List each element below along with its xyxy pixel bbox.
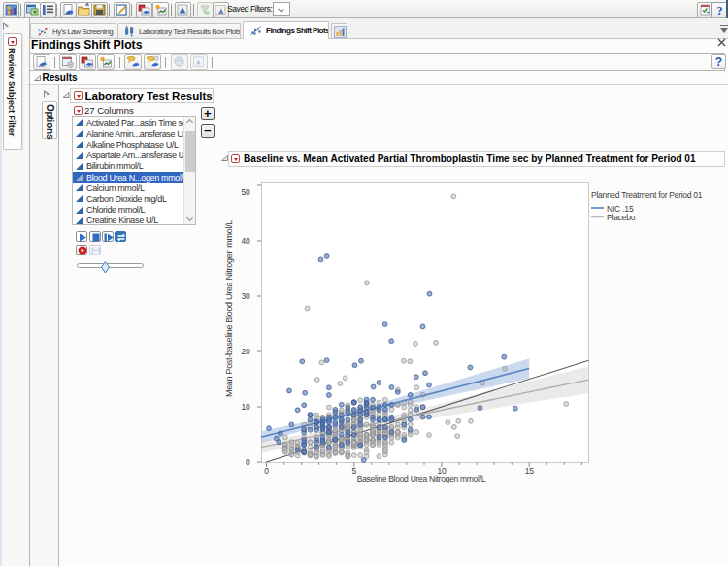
svg-text:20: 20 — [241, 347, 250, 356]
svg-text:30: 30 — [241, 291, 250, 301]
svg-text:40: 40 — [241, 236, 250, 246]
svg-text:Mean Post-baseline Blood Urea: Mean Post-baseline Blood Urea Nitrogen m… — [224, 220, 234, 397]
svg-text:0: 0 — [264, 466, 269, 476]
svg-text:Placebo: Placebo — [607, 213, 636, 222]
svg-text:0: 0 — [246, 457, 250, 467]
svg-text:50: 50 — [241, 187, 250, 197]
svg-text:Planned Treatment for Period 0: Planned Treatment for Period 01 — [591, 190, 703, 200]
svg-text:NIC .15: NIC .15 — [607, 204, 634, 214]
svg-text:5: 5 — [352, 466, 357, 476]
svg-text:15: 15 — [525, 466, 535, 476]
svg-text:10: 10 — [241, 402, 250, 412]
svg-text:Baseline Blood Urea Nitrogen m: Baseline Blood Urea Nitrogen mmol/L — [357, 474, 486, 483]
